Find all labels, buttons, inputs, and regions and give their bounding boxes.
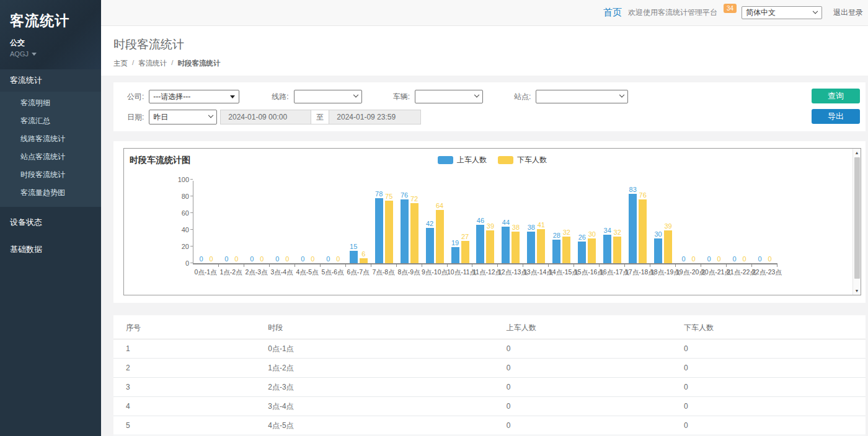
chart-category-slot: 00 <box>219 181 244 263</box>
legend-item-上车人数[interactable]: 上车人数 <box>438 155 487 165</box>
y-axis-label: 20 <box>182 243 189 250</box>
line-select[interactable] <box>294 90 362 103</box>
bar-上车人数[interactable]: 19 <box>451 247 459 263</box>
bar-上车人数[interactable]: 26 <box>578 242 586 263</box>
sidebar-item-设备状态[interactable]: 设备状态 <box>0 211 101 234</box>
company-select[interactable]: ---请选择--- <box>149 90 239 103</box>
vehicle-label: 车辆: <box>393 92 410 102</box>
table-cell: 3点-4点 <box>255 397 494 416</box>
bar-value-label: 30 <box>588 230 596 238</box>
bar-上车人数[interactable]: 78 <box>375 198 383 263</box>
bar-value-label: 0 <box>692 255 696 263</box>
sidebar-submenu: 客流明细客流汇总线路客流统计站点客流统计时段客流统计客流量趋势图 <box>0 92 101 207</box>
bar-上车人数[interactable]: 30 <box>654 238 662 264</box>
date-to-input[interactable]: 2024-01-09 23:59 <box>329 110 421 124</box>
date-to-separator: 至 <box>311 110 329 124</box>
bar-value-label: 15 <box>350 243 357 250</box>
topbar: 首页 欢迎使用客流统计管理平台 34 简体中文 退出登录 <box>101 0 868 26</box>
chart-category-slot: 4264 <box>422 181 448 263</box>
sidebar-subitem-客流汇总[interactable]: 客流汇总 <box>0 112 101 130</box>
station-label: 站点: <box>514 92 531 102</box>
bar-下车人数[interactable]: 41 <box>537 229 545 263</box>
breadcrumb-item[interactable]: 时段客流统计 <box>177 59 220 68</box>
vehicle-select[interactable] <box>415 90 483 103</box>
sidebar-subitem-线路客流统计[interactable]: 线路客流统计 <box>0 130 101 148</box>
bar-value-label: 38 <box>528 224 535 231</box>
sidebar-subitem-客流量趋势图[interactable]: 客流量趋势图 <box>0 184 101 202</box>
scroll-down-arrow-icon[interactable]: ▼ <box>853 287 861 295</box>
bar-下车人数[interactable]: 76 <box>639 199 647 263</box>
bar-上车人数[interactable]: 34 <box>603 235 611 263</box>
bar-下车人数[interactable]: 39 <box>486 230 494 263</box>
table-row[interactable]: 10点-1点00 <box>113 339 866 359</box>
notification-badge[interactable]: 34 <box>724 4 737 13</box>
query-button[interactable]: 查询 <box>812 89 860 103</box>
org-code-dropdown[interactable]: AQGJ <box>10 50 101 58</box>
bar-下车人数[interactable]: 30 <box>588 238 596 264</box>
bar-上车人数[interactable]: 28 <box>552 240 560 263</box>
date-from-input[interactable]: 2024-01-09 00:00 <box>220 110 311 124</box>
chart-category-slot: 00 <box>270 181 295 263</box>
export-button[interactable]: 导出 <box>812 109 860 124</box>
legend-item-下车人数[interactable]: 下车人数 <box>498 155 547 165</box>
legend-label: 下车人数 <box>517 155 547 165</box>
bar-下车人数[interactable]: 38 <box>512 232 520 263</box>
bar-value-label: 76 <box>639 191 647 199</box>
dropdown-arrow-icon <box>230 95 235 98</box>
table-row[interactable]: 54点-5点00 <box>113 416 866 435</box>
logout-link[interactable]: 退出登录 <box>833 7 863 18</box>
x-axis-label: 22点-23点 <box>752 268 777 277</box>
chart-scrollbar[interactable]: ▲ ▼ <box>852 149 861 295</box>
sidebar-item-基础数据[interactable]: 基础数据 <box>0 238 101 261</box>
bar-下车人数[interactable]: 32 <box>613 237 621 263</box>
bar-下车人数[interactable]: 39 <box>664 230 672 263</box>
bar-上车人数[interactable]: 15 <box>350 251 358 263</box>
sidebar-item-passenger-stats[interactable]: 客流统计 <box>0 69 101 92</box>
table-cell: 0 <box>671 397 866 416</box>
bar-下车人数[interactable]: 32 <box>562 237 570 263</box>
breadcrumb-item[interactable]: 客流统计 <box>138 59 167 68</box>
x-axis-label: 21点-22点 <box>727 268 752 277</box>
bar-上车人数[interactable]: 83 <box>629 194 637 263</box>
sidebar-subitem-客流明细[interactable]: 客流明细 <box>0 94 101 112</box>
company-label: 公司: <box>127 92 144 102</box>
language-select[interactable]: 简体中文 <box>742 6 822 19</box>
main-area: 首页 欢迎使用客流统计管理平台 34 简体中文 退出登录 时段客流统计 主页/客… <box>101 0 868 436</box>
table-row[interactable]: 21点-2点00 <box>113 359 866 378</box>
sidebar-logo-area: 客流统计 公交 AQGJ <box>0 0 101 69</box>
y-axis-tick <box>190 246 193 246</box>
scroll-up-arrow-icon[interactable]: ▲ <box>853 149 861 157</box>
bar-下车人数[interactable]: 6 <box>360 258 368 263</box>
org-name: 公交 <box>10 38 101 48</box>
filter-row-2: 日期: 昨日 2024-01-09 00:00 至 2024-01-09 23:… <box>123 110 856 124</box>
bar-上车人数[interactable]: 38 <box>527 232 535 263</box>
sidebar-nav: 客流统计 客流明细客流汇总线路客流统计站点客流统计时段客流统计客流量趋势图 设备… <box>0 69 101 261</box>
chart-legend: 上车人数下车人数 <box>438 155 547 165</box>
filter-panel: 公司: ---请选择--- 线路: 车辆: 站点: <box>113 82 866 131</box>
chart-category-slot: 2832 <box>549 181 574 263</box>
x-axis-label: 7点-8点 <box>371 268 396 277</box>
sidebar-subitem-站点客流统计[interactable]: 站点客流统计 <box>0 148 101 166</box>
x-axis-label: 20点-21点 <box>701 268 727 277</box>
bar-上车人数[interactable]: 44 <box>502 227 510 263</box>
home-link[interactable]: 首页 <box>603 7 622 19</box>
table-cell: 0 <box>671 339 866 359</box>
bar-下车人数[interactable]: 75 <box>385 201 393 263</box>
table-row[interactable]: 43点-4点00 <box>113 397 866 416</box>
bar-上车人数[interactable]: 46 <box>476 225 484 263</box>
x-axis-label: 3点-4点 <box>269 268 294 277</box>
bar-下车人数[interactable]: 72 <box>410 203 418 263</box>
sidebar-subitem-时段客流统计[interactable]: 时段客流统计 <box>0 166 101 184</box>
chevron-down-icon <box>353 92 358 97</box>
bar-下车人数[interactable]: 27 <box>461 241 469 263</box>
table-cell: 0 <box>494 339 671 359</box>
station-select[interactable] <box>536 90 628 103</box>
bar-上车人数[interactable]: 76 <box>401 199 409 263</box>
bar-上车人数[interactable]: 42 <box>426 228 434 263</box>
scrollbar-thumb[interactable] <box>854 157 860 279</box>
date-preset-select[interactable]: 昨日 <box>149 110 217 124</box>
table-row[interactable]: 32点-3点00 <box>113 378 866 397</box>
bar-下车人数[interactable]: 64 <box>436 210 444 263</box>
breadcrumb-item[interactable]: 主页 <box>113 59 128 68</box>
table-cell: 0 <box>671 359 866 378</box>
